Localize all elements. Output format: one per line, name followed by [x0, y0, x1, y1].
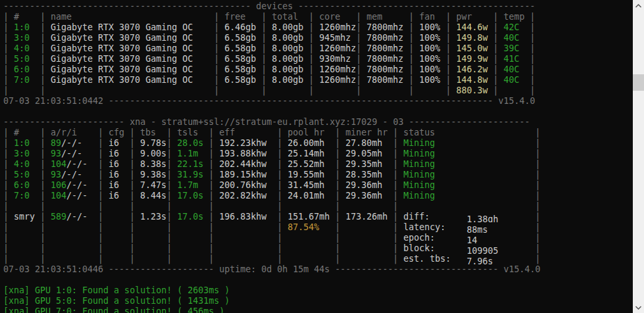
device-mem: 7800mhz: [361, 64, 409, 75]
pipe: [409, 75, 414, 85]
pipe: [277, 128, 282, 138]
gpu-tbs: 8.38s: [135, 159, 166, 170]
pipe: [277, 254, 282, 264]
pipe: [393, 180, 398, 191]
pipe: [535, 191, 540, 201]
device-fan: 100%: [414, 33, 445, 43]
gpu-id: 4:0: [9, 159, 40, 170]
gpu-cfg: i6: [103, 159, 130, 170]
pipe: [166, 149, 172, 159]
blank-line: [3, 275, 633, 285]
pipe: [3, 254, 9, 264]
pipe: [130, 180, 135, 191]
pool-gpu-row: 7:0 104/-/- i6 8.44s 17.0s 202.82khw 24.…: [3, 191, 633, 201]
scrollbar[interactable]: [633, 0, 644, 313]
device-total: 8.00gb: [266, 22, 309, 33]
pipe: [40, 33, 45, 43]
gpu-status: Mining: [398, 149, 535, 159]
scrollbar-up-button[interactable]: [633, 0, 644, 11]
pipe: [209, 233, 214, 243]
pipe: [393, 212, 398, 222]
pipe: [356, 54, 361, 64]
stat-block: block:109905: [398, 243, 535, 254]
pipe: [535, 128, 540, 138]
device-total: 8.00gb: [266, 64, 309, 75]
pipe: [530, 85, 535, 96]
pipe: [393, 159, 398, 170]
device-pwr: 144.8w: [451, 75, 493, 85]
pipe: [130, 222, 135, 233]
pipe: [393, 243, 398, 254]
pipe: [493, 75, 498, 85]
gpu-pool-hr: 24.01mh: [282, 191, 335, 201]
pipe: [130, 159, 135, 170]
pipe: [356, 22, 361, 33]
summary-pool-percent: 87.54%: [282, 222, 335, 233]
pipe: [535, 222, 540, 233]
device-pwr: 149.8w: [451, 33, 493, 43]
pipe: [40, 43, 45, 54]
gpu-miner-hr: 29.05mh: [340, 149, 393, 159]
devices-col-name: name: [45, 12, 214, 22]
pipe: [209, 222, 214, 233]
pipe: [214, 75, 219, 85]
pipe: [130, 170, 135, 180]
pipe: [335, 201, 340, 212]
pipe: [3, 243, 9, 254]
pipe: [277, 138, 282, 149]
pipe: [335, 170, 340, 180]
pipe: [209, 254, 214, 264]
device-fan: 100%: [414, 43, 445, 54]
pipe: [445, 75, 451, 85]
pipe: [535, 149, 540, 159]
pipe: [535, 254, 540, 264]
gpu-eff: 193.88khw: [214, 149, 277, 159]
pipe: [309, 43, 314, 54]
device-id: 3:0: [9, 33, 40, 43]
pool-stats-row-epoch: epoch:14: [3, 233, 633, 243]
devices-col-core: core: [314, 12, 356, 22]
pipe: [277, 170, 282, 180]
gpu-eff: 202.44khw: [214, 159, 277, 170]
pipe: [209, 128, 214, 138]
pipe: [40, 159, 45, 170]
scrollbar-down-button[interactable]: [633, 302, 644, 313]
pool-gpu-row: 4:0 104/-/- i6 8.38s 22.1s 202.44khw 25.…: [3, 159, 633, 170]
gpu-id: 7:0: [9, 191, 40, 201]
pipe: [209, 149, 214, 159]
gpu-ari: 104/-/-: [45, 191, 98, 201]
pipe: [3, 201, 9, 212]
gpu-cfg: i6: [103, 149, 130, 159]
pipe: [209, 170, 214, 180]
pipe: [261, 12, 266, 22]
pool-spacer-row: [3, 201, 633, 212]
gpu-eff: 189.15khw: [214, 170, 277, 180]
pipe: [3, 64, 9, 75]
scrollbar-thumb[interactable]: [633, 74, 644, 91]
pipe: [130, 243, 135, 254]
device-temp: 39C: [498, 43, 530, 54]
pipe: [214, 85, 219, 96]
pipe: [309, 64, 314, 75]
pipe: [166, 180, 172, 191]
pipe: [3, 12, 9, 22]
pool-stats-row-est-tbs: est. tbs:7.96s: [3, 254, 633, 264]
pipe: [40, 233, 45, 243]
pipe: [209, 159, 214, 170]
gpu-miner-hr: 28.35mh: [340, 170, 393, 180]
pool-header-row: # a/r/i cfg tbs tsls eff pool hr miner h…: [3, 128, 633, 138]
log-lines: [xna] GPU 1:0: Found a solution! ( 2603m…: [3, 285, 633, 313]
pool-stats-row-latency: 87.54% latency:88ms: [3, 222, 633, 233]
device-row: 4:0 Gigabyte RTX 3070 Gaming OC 6.58gb 8…: [3, 43, 633, 54]
pipe: [130, 128, 135, 138]
summary-pool-hr: 151.67mh: [282, 212, 335, 222]
pipe: [40, 128, 45, 138]
terminal-window[interactable]: ----------------------------------------…: [0, 0, 644, 313]
pipe: [309, 33, 314, 43]
pipe: [166, 222, 172, 233]
pipe: [98, 254, 103, 264]
pipe: [3, 138, 9, 149]
devices-col-fan: fan: [414, 12, 445, 22]
pipe: [393, 254, 398, 264]
gpu-tbs: 9.38s: [135, 170, 166, 180]
